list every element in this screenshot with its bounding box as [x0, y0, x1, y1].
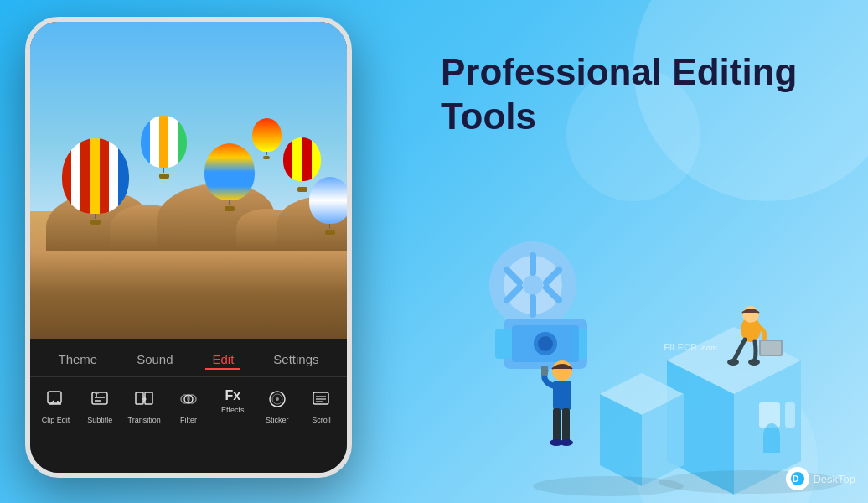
- svg-point-10: [276, 397, 279, 401]
- svg-rect-3: [136, 392, 143, 404]
- filter-icon: [178, 389, 199, 412]
- desktop-label: DeskTop: [813, 473, 855, 485]
- svg-point-41: [552, 360, 572, 381]
- scroll-label: Scroll: [312, 416, 331, 424]
- toolbar-icons-row: Clip Edit T Subtitle: [30, 377, 347, 431]
- phone-bottom-bar: Theme Sound Edit Settings Cl: [30, 339, 347, 473]
- icon-effects[interactable]: Fx Effects: [214, 389, 251, 414]
- transition-label: Transition: [128, 416, 161, 424]
- balloon-2: [141, 116, 187, 179]
- scroll-icon: [311, 389, 331, 412]
- svg-text:D: D: [793, 474, 798, 484]
- sticker-icon: [267, 389, 287, 412]
- clip-edit-icon: [45, 389, 65, 412]
- svg-point-38: [748, 359, 760, 366]
- svg-text:T: T: [95, 392, 99, 399]
- svg-point-46: [560, 439, 573, 446]
- icon-subtitle[interactable]: T Subtitle: [81, 389, 118, 424]
- icon-scroll[interactable]: Scroll: [302, 389, 339, 424]
- svg-point-37: [727, 359, 739, 366]
- subtitle-icon: T: [90, 389, 110, 412]
- icon-sticker[interactable]: Sticker: [259, 389, 296, 424]
- sticker-label: Sticker: [266, 416, 289, 424]
- svg-point-48: [533, 476, 684, 496]
- desktop-logo-icon: D: [786, 467, 809, 490]
- transition-icon: [134, 389, 154, 412]
- phone-screen: Theme Sound Edit Settings Cl: [25, 17, 352, 478]
- headline-line1: Professional Editing: [441, 51, 797, 92]
- svg-rect-11: [313, 392, 328, 404]
- tabs-row: Theme Sound Edit Settings: [30, 339, 347, 377]
- filecr-watermark: FILECR .com: [664, 342, 717, 352]
- headline-text: Professional Editing Tools: [441, 50, 843, 139]
- filecr-text: FILECR: [664, 342, 697, 352]
- effects-label: Effects: [221, 406, 244, 414]
- filter-label: Filter: [180, 416, 197, 424]
- balloon-6: [309, 177, 347, 235]
- svg-rect-47: [541, 366, 548, 376]
- tab-settings[interactable]: Settings: [266, 349, 325, 370]
- phone-mockup: Theme Sound Edit Settings Cl: [25, 17, 377, 486]
- right-content: Professional Editing Tools: [441, 50, 843, 173]
- balloon-4: [252, 118, 282, 159]
- balloon-1: [62, 138, 129, 225]
- svg-rect-43: [553, 408, 561, 442]
- tab-sound[interactable]: Sound: [130, 349, 179, 370]
- tab-edit[interactable]: Edit: [205, 349, 240, 370]
- photo-area: [30, 22, 347, 349]
- svg-point-26: [538, 336, 553, 351]
- svg-rect-22: [495, 329, 512, 359]
- illustration-svg: [432, 218, 868, 503]
- balloon-3: [204, 143, 255, 211]
- headline-line2: Tools: [441, 96, 536, 137]
- icon-filter[interactable]: Filter: [170, 389, 207, 424]
- icon-clip-edit[interactable]: Clip Edit: [37, 389, 74, 424]
- svg-rect-4: [145, 392, 152, 404]
- svg-rect-40: [761, 341, 781, 355]
- filecr-sub: .com: [700, 344, 717, 352]
- clip-edit-label: Clip Edit: [42, 416, 70, 424]
- effects-icon: Fx: [225, 389, 240, 402]
- icon-transition[interactable]: Transition: [126, 389, 163, 424]
- tab-theme[interactable]: Theme: [51, 349, 104, 370]
- svg-rect-44: [562, 408, 570, 442]
- svg-rect-0: [48, 392, 61, 403]
- desktop-watermark: D DeskTop: [786, 467, 855, 490]
- svg-point-14: [523, 275, 543, 295]
- svg-rect-31: [785, 402, 795, 428]
- subtitle-label: Subtitle: [87, 416, 112, 424]
